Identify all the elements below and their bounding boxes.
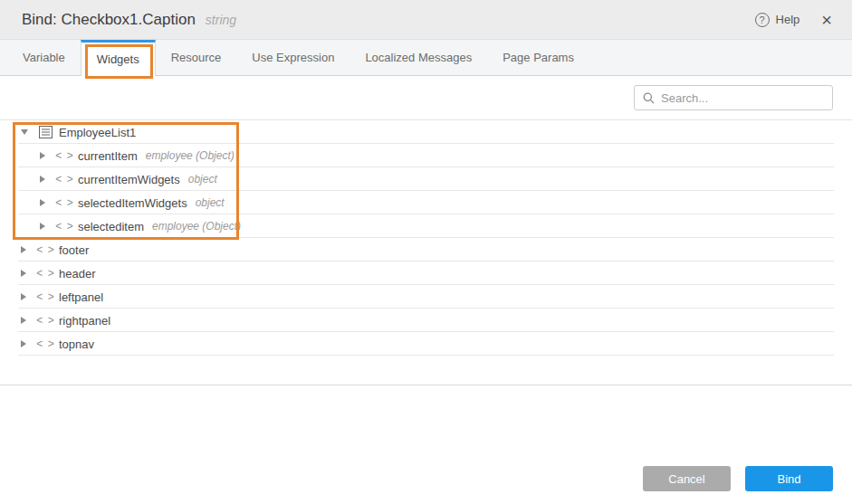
caret-right-icon[interactable] bbox=[40, 223, 49, 230]
tree-row-selecteditem[interactable]: < >selecteditememployee (Object) bbox=[0, 214, 852, 238]
code-icon: < > bbox=[57, 173, 72, 185]
caret-right-icon[interactable] bbox=[21, 317, 30, 324]
tree-row-header[interactable]: < >header bbox=[0, 262, 852, 285]
search-icon bbox=[643, 92, 655, 104]
tree-row-topnav[interactable]: < >topnav bbox=[0, 332, 852, 356]
tree-row-footer[interactable]: < >footer bbox=[0, 238, 852, 262]
search-row bbox=[0, 76, 852, 120]
tree-node-type: object bbox=[188, 173, 217, 185]
tree-row-currentitemwidgets[interactable]: < >currentItemWidgetsobject bbox=[0, 167, 852, 191]
tab-label: Page Params bbox=[503, 51, 574, 64]
help-label: Help bbox=[776, 13, 800, 26]
help-button[interactable]: ? Help bbox=[755, 13, 800, 27]
caret-right-icon[interactable] bbox=[21, 270, 30, 277]
caret-right-icon[interactable] bbox=[40, 176, 49, 183]
tree-node-type: object bbox=[196, 196, 225, 209]
bound-property-type: string bbox=[206, 13, 236, 27]
tree-node-label: header bbox=[59, 267, 95, 281]
code-icon: < > bbox=[57, 149, 72, 162]
tree-row-leftpanel[interactable]: < >leftpanel bbox=[0, 285, 852, 309]
tree-node-label: rightpanel bbox=[59, 314, 110, 328]
tree-node-label: footer bbox=[59, 243, 89, 257]
tree-row-rightpanel[interactable]: < >rightpanel bbox=[0, 309, 852, 332]
tree-node-label: selecteditem bbox=[78, 220, 144, 233]
tree-node-type: employee (Object) bbox=[152, 220, 241, 233]
code-icon: < > bbox=[38, 290, 53, 303]
tree-node-label: selectedItemWidgets bbox=[78, 196, 187, 210]
tab-label: Use Expression bbox=[252, 51, 334, 64]
code-icon: < > bbox=[57, 196, 72, 209]
code-icon: < > bbox=[38, 243, 53, 256]
tree-row-selecteditemwidgets[interactable]: < >selectedItemWidgetsobject bbox=[0, 191, 852, 214]
code-icon: < > bbox=[57, 220, 72, 233]
code-icon: < > bbox=[38, 267, 53, 280]
code-icon: < > bbox=[38, 314, 53, 327]
tab-label: Localized Messages bbox=[365, 51, 472, 64]
tab-page-params[interactable]: Page Params bbox=[487, 40, 589, 75]
tab-label: Resource bbox=[171, 51, 222, 64]
caret-right-icon[interactable] bbox=[21, 340, 30, 347]
tab-use-expression[interactable]: Use Expression bbox=[236, 40, 349, 75]
tab-widgets[interactable]: Widgets bbox=[81, 40, 156, 76]
close-icon[interactable]: × bbox=[821, 11, 832, 29]
tab-bar: VariableWidgetsResourceUse ExpressionLoc… bbox=[0, 40, 852, 76]
caret-right-icon[interactable] bbox=[21, 293, 30, 300]
tree-row-employeelist1[interactable]: EmployeeList1 bbox=[0, 120, 852, 144]
list-widget-icon bbox=[38, 126, 53, 138]
tree-gap bbox=[0, 356, 852, 385]
tab-resource[interactable]: Resource bbox=[156, 40, 237, 75]
dialog-title: Bind: Checkbox1.Caption bbox=[22, 11, 196, 29]
caret-right-icon[interactable] bbox=[40, 199, 49, 206]
tree-node-label: topnav bbox=[59, 338, 94, 351]
tree-node-label: currentItem bbox=[78, 149, 138, 163]
bind-button[interactable]: Bind bbox=[745, 466, 833, 491]
search-box[interactable] bbox=[634, 85, 833, 110]
dialog-header: Bind: Checkbox1.Caption string ? Help × bbox=[0, 0, 852, 40]
tree-node-label: EmployeeList1 bbox=[59, 126, 136, 139]
cancel-button[interactable]: Cancel bbox=[643, 466, 731, 491]
footer-bar: Cancel Bind bbox=[0, 385, 852, 504]
caret-right-icon[interactable] bbox=[40, 152, 49, 159]
tree-node-label: leftpanel bbox=[59, 290, 103, 304]
tree-row-currentitem[interactable]: < >currentItememployee (Object) bbox=[0, 144, 852, 167]
tab-variable[interactable]: Variable bbox=[7, 40, 81, 75]
widget-tree: EmployeeList1< >currentItememployee (Obj… bbox=[0, 120, 852, 356]
code-icon: < > bbox=[38, 338, 53, 350]
caret-right-icon[interactable] bbox=[21, 246, 30, 253]
tab-label: Variable bbox=[23, 51, 65, 64]
caret-down-icon[interactable] bbox=[21, 129, 30, 135]
tab-label: Widgets bbox=[97, 52, 139, 66]
tree-node-type: employee (Object) bbox=[146, 149, 235, 162]
tab-localized-messages[interactable]: Localized Messages bbox=[349, 40, 487, 75]
search-input[interactable] bbox=[661, 91, 824, 105]
help-icon: ? bbox=[755, 13, 770, 27]
tree-node-label: currentItemWidgets bbox=[78, 173, 180, 186]
